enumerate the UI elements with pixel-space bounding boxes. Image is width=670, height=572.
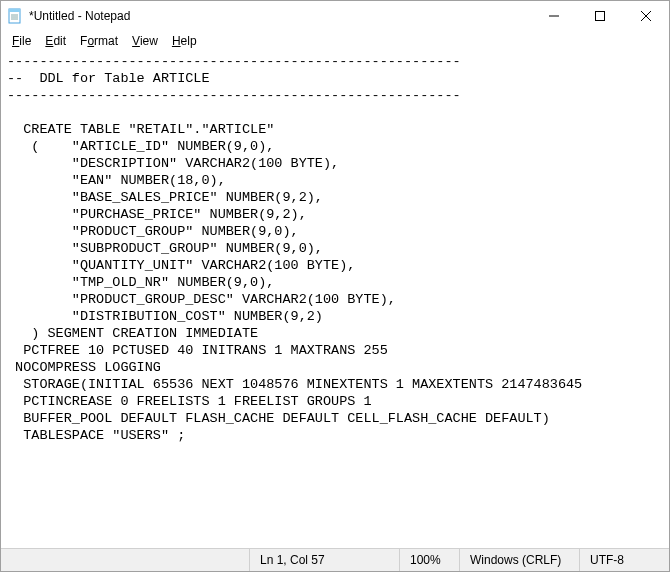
menu-view[interactable]: View: [125, 33, 165, 49]
status-encoding: UTF-8: [579, 549, 669, 571]
menu-file-rest: ile: [19, 34, 31, 48]
status-zoom: 100%: [399, 549, 459, 571]
window-title: *Untitled - Notepad: [29, 9, 130, 23]
status-eol: Windows (CRLF): [459, 549, 579, 571]
menu-format-rest: rmat: [94, 34, 118, 48]
menu-edit-rest: dit: [53, 34, 66, 48]
menu-file[interactable]: File: [5, 33, 38, 49]
minimize-button[interactable]: [531, 1, 577, 31]
notepad-icon: [7, 8, 23, 24]
titlebar: *Untitled - Notepad: [1, 1, 669, 31]
text-editor[interactable]: ----------------------------------------…: [1, 51, 669, 548]
svg-rect-6: [596, 12, 605, 21]
menu-help[interactable]: Help: [165, 33, 204, 49]
statusbar: Ln 1, Col 57 100% Windows (CRLF) UTF-8: [1, 548, 669, 571]
menu-view-rest: iew: [140, 34, 158, 48]
menubar: File Edit Format View Help: [1, 31, 669, 51]
menu-help-rest: elp: [181, 34, 197, 48]
menu-format[interactable]: Format: [73, 33, 125, 49]
menu-edit[interactable]: Edit: [38, 33, 73, 49]
status-spacer: [1, 549, 249, 571]
close-button[interactable]: [623, 1, 669, 31]
status-position: Ln 1, Col 57: [249, 549, 399, 571]
maximize-button[interactable]: [577, 1, 623, 31]
svg-rect-1: [9, 9, 20, 12]
